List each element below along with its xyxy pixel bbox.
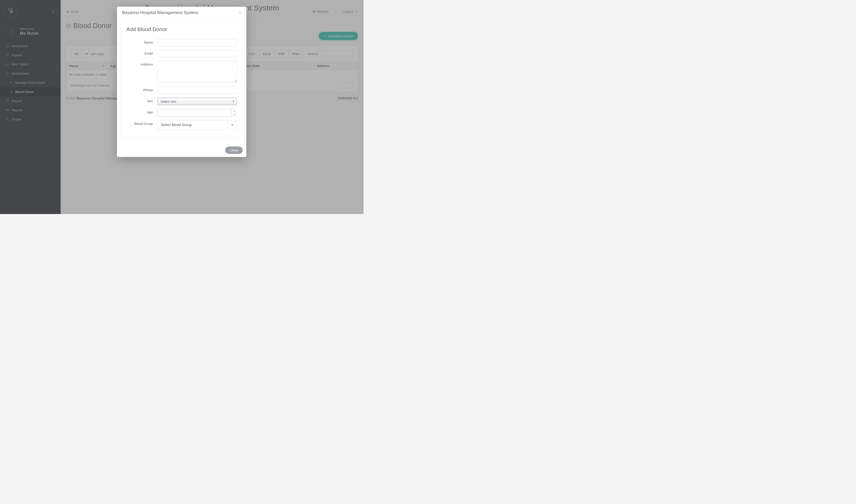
label-email: Email [126,50,158,55]
input-phone[interactable] [158,87,237,94]
input-address[interactable] [158,61,237,82]
input-age[interactable] [158,109,232,116]
label-sex: Sex [126,97,158,103]
input-age-wrap: ▲ ▼ [158,109,237,117]
input-email[interactable] [158,50,237,57]
select-blood-group-value: Select Blood Group [158,121,228,129]
chevron-down-icon [231,124,234,126]
select-blood-group-toggle[interactable] [228,121,237,129]
age-decrement-button[interactable]: ▼ [232,113,237,117]
add-donor-modal: Bayanno Hospital Management System × Add… [117,7,246,157]
modal-close-button[interactable]: × [238,11,241,15]
label-phone: Phone [126,87,158,92]
select-blood-group[interactable]: Select Blood Group [158,120,237,129]
label-name: Name [126,39,158,44]
select-sex[interactable]: Select Sex ▲▼ [158,97,237,105]
updown-icon: ▲▼ [233,100,234,103]
label-address: Address [126,61,158,66]
label-age: Age [126,109,158,114]
input-name[interactable] [158,39,237,47]
modal-header-title: Bayanno Hospital Management System [122,10,198,15]
age-increment-button[interactable]: ▲ [232,109,237,113]
label-blood-group: Blood Group [126,120,158,126]
modal-close-footer-button[interactable]: Close [225,146,243,154]
modal-card-title: Add Blood Donor [126,26,237,32]
select-sex-value: Select Sex [160,100,176,104]
